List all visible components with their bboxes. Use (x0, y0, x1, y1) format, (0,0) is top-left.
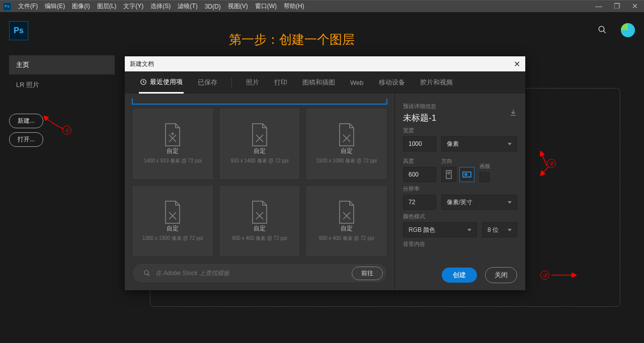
menu-window[interactable]: 窗口(W) (255, 2, 277, 11)
modal-titlebar: 新建文档 ✕ (125, 56, 525, 71)
anno-step1: ① (62, 126, 71, 135)
create-button[interactable]: 创建 (442, 268, 477, 283)
menu-layer[interactable]: 图层(L) (97, 2, 117, 11)
svg-line-1 (603, 31, 606, 33)
menu-edit[interactable]: 编辑(E) (45, 2, 65, 11)
tutorial-hint: 第一步：创建一个图层 (229, 31, 355, 48)
file-icon (250, 123, 270, 147)
modal-title: 新建文档 (130, 60, 154, 68)
color-mode-select[interactable]: RGB 颜色 (403, 222, 477, 237)
file-icon (337, 123, 357, 147)
download-preset-icon[interactable] (509, 109, 517, 118)
ps-logo: Ps (9, 21, 28, 40)
file-icon (250, 200, 270, 224)
search-icon (143, 270, 150, 277)
home-sidebar: 主页 LR 照片 新建... 打开... (9, 55, 115, 149)
preset-card[interactable]: 自定 1400 x 933 像素 @ 72 ppi (132, 108, 214, 180)
preset-card[interactable]: 自定 1920 x 1080 像素 @ 72 ppi (305, 108, 387, 180)
svg-point-8 (465, 174, 467, 176)
resolution-input[interactable] (403, 195, 436, 210)
menu-bar: Ps 文件(F) 编辑(E) 图像(I) 图层(L) 文字(Y) 选择(S) 滤… (0, 0, 644, 12)
sidebar-lr[interactable]: LR 照片 (9, 74, 115, 96)
svg-point-0 (599, 26, 604, 32)
window-controls: — ❐ ✕ (590, 0, 644, 12)
menu-file[interactable]: 文件(F) (18, 2, 38, 11)
anno-step3: ③ (540, 271, 549, 280)
close-button[interactable]: 关闭 (485, 267, 517, 283)
width-input[interactable] (403, 136, 436, 151)
svg-line-4 (148, 274, 150, 276)
detail-section-label: 预设详细信息 (403, 103, 517, 110)
artboard-checkbox[interactable] (479, 172, 490, 182)
preset-details: 预设详细信息 未标题-1 宽度 像素 高度 方向 (394, 94, 525, 290)
stock-search: 前往 (132, 263, 387, 283)
file-icon (163, 200, 183, 224)
stock-go-button[interactable]: 前往 (352, 267, 383, 280)
avatar[interactable] (621, 23, 635, 37)
new-doc-modal: 新建文档 ✕ 最近使用项 已保存 照片 打印 图稿和插图 Web 移动设备 胶片… (125, 56, 525, 290)
menu-filter[interactable]: 滤镜(T) (178, 2, 197, 11)
preset-card[interactable]: 自定 900 x 400 像素 @ 72 ppi (219, 185, 301, 258)
preset-card[interactable]: 自定 933 x 1400 像素 @ 72 ppi (219, 108, 301, 180)
menu-3d[interactable]: 3D(D) (205, 3, 221, 10)
height-input[interactable] (403, 167, 436, 182)
stock-search-input[interactable] (155, 270, 347, 277)
file-icon (337, 200, 357, 224)
resolution-unit-select[interactable]: 像素/英寸 (441, 195, 517, 210)
menu-select[interactable]: 选择(S) (150, 2, 171, 11)
search-icon[interactable] (598, 25, 607, 36)
tab-recent[interactable]: 最近使用项 (139, 72, 184, 94)
tab-print[interactable]: 打印 (273, 72, 288, 93)
new-file-button[interactable]: 新建... (9, 114, 43, 128)
selected-strip (132, 99, 387, 105)
preset-area: 自定 1400 x 933 像素 @ 72 ppi 自定 933 x 1400 … (125, 94, 394, 290)
bit-depth-select[interactable]: 8 位 (482, 222, 517, 237)
orient-landscape[interactable] (459, 167, 474, 182)
maximize-icon[interactable]: ❐ (608, 0, 626, 12)
tab-photo[interactable]: 照片 (245, 72, 260, 93)
app-badge: Ps (3, 3, 11, 11)
orient-portrait[interactable] (441, 167, 456, 182)
width-unit-select[interactable]: 像素 (441, 136, 517, 151)
tab-film[interactable]: 胶片和视频 (419, 72, 454, 93)
tab-saved[interactable]: 已保存 (197, 72, 218, 93)
menu-image[interactable]: 图像(I) (72, 2, 90, 11)
preset-card[interactable]: 自定 1300 x 1900 像素 @ 72 ppi (132, 185, 214, 258)
doc-title[interactable]: 未标题-1 (403, 112, 517, 124)
sidebar-home[interactable]: 主页 (9, 55, 115, 74)
minimize-icon[interactable]: — (590, 0, 608, 12)
menu-help[interactable]: 帮助(H) (284, 2, 304, 11)
anno-step2: ② (547, 159, 556, 168)
menu-view[interactable]: 视图(V) (228, 2, 248, 11)
modal-close-icon[interactable]: ✕ (514, 59, 520, 69)
svg-point-6 (448, 172, 450, 174)
open-file-button[interactable]: 打开... (9, 132, 43, 147)
modal-tabs: 最近使用项 已保存 照片 打印 图稿和插图 Web 移动设备 胶片和视频 (125, 71, 525, 94)
preset-card[interactable]: 自定 900 x 400 像素 @ 72 ppi (305, 185, 387, 258)
tab-illust[interactable]: 图稿和插图 (301, 72, 336, 93)
close-window-icon[interactable]: ✕ (626, 0, 644, 12)
tab-web[interactable]: Web (349, 73, 365, 92)
file-icon (163, 123, 183, 147)
svg-point-3 (144, 271, 148, 275)
menu-text[interactable]: 文字(Y) (123, 2, 143, 11)
tab-mobile[interactable]: 移动设备 (378, 72, 406, 93)
